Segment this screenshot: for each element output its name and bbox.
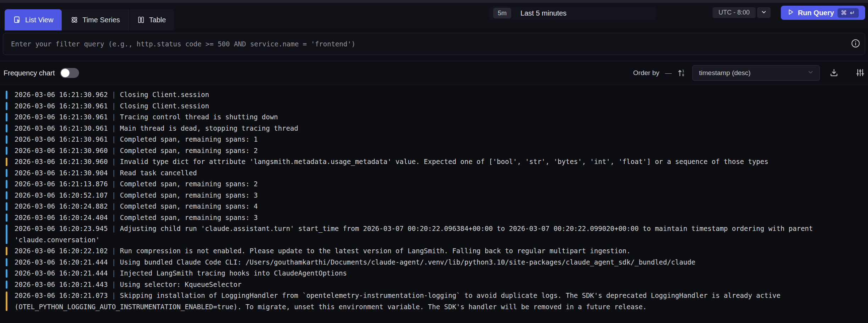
table-icon — [137, 16, 145, 24]
timezone-dropdown-button[interactable] — [757, 7, 771, 18]
log-row[interactable]: 2026-03-06 16:21:13.876 | Completed span… — [0, 178, 868, 190]
log-timestamp: 2026-03-06 16:20:52.107 — [15, 191, 108, 199]
log-row[interactable]: 2026-03-06 16:20:21.444 | Injected LangS… — [0, 268, 868, 279]
severity-bar — [6, 202, 7, 211]
list-view-icon — [13, 16, 21, 24]
log-row[interactable]: 2026-03-06 16:21:30.960 | Invalid type d… — [0, 156, 868, 168]
log-timestamp: 2026-03-06 16:20:21.073 — [15, 291, 108, 299]
severity-bar — [6, 180, 7, 188]
log-timestamp: 2026-03-06 16:21:30.960 — [15, 147, 108, 154]
timezone-control: UTC - 8:00 — [712, 7, 771, 18]
log-timestamp: 2026-03-06 16:20:22.102 — [15, 247, 108, 255]
log-message: Using selector: KqueueSelector — [120, 280, 241, 288]
log-row[interactable]: 2026-03-06 16:21:30.961 | Tracing contro… — [0, 112, 868, 123]
frequency-chart-label: Frequency chart — [4, 69, 55, 77]
log-list: 2026-03-06 16:21:30.962 | Closing Client… — [0, 85, 868, 323]
log-separator: | — [108, 180, 120, 188]
log-timestamp: 2026-03-06 16:21:30.961 — [15, 124, 108, 132]
severity-bar — [6, 269, 7, 278]
info-button[interactable] — [851, 39, 860, 49]
log-row[interactable]: 2026-03-06 16:20:21.443 | Using selector… — [0, 279, 868, 290]
download-button[interactable] — [829, 68, 839, 79]
log-separator: | — [108, 247, 120, 255]
log-row[interactable]: 2026-03-06 16:20:24.404 | Completed span… — [0, 212, 868, 223]
log-message: Closing Client.session — [120, 102, 209, 110]
chevron-down-icon — [761, 9, 767, 16]
log-text: 2026-03-06 16:21:30.961 | Tracing contro… — [15, 112, 278, 123]
run-query-label: Run Query — [798, 9, 834, 17]
run-query-shortcut: ⌘ ↵ — [838, 8, 859, 18]
log-message: Main thread is dead, stopping tracing th… — [120, 124, 298, 132]
log-timestamp: 2026-03-06 16:21:30.961 — [15, 135, 108, 143]
log-timestamp: 2026-03-06 16:20:23.945 — [15, 225, 108, 232]
time-range-picker[interactable]: 5m Last 5 minutes — [489, 6, 656, 20]
log-row[interactable]: 2026-03-06 16:20:22.102 | Run compressio… — [0, 245, 868, 257]
log-message: Completed span, remaining spans: 2 — [120, 147, 258, 154]
log-message: Completed span, remaining spans: 3 — [120, 191, 258, 199]
log-row[interactable]: 2026-03-06 16:21:30.961 | Closing Client… — [0, 101, 868, 112]
order-by-dash: — — [665, 69, 672, 77]
log-message: Tracing control thread is shutting down — [120, 113, 278, 121]
severity-bar — [6, 169, 7, 177]
order-by-cluster: Order by — 1 0 timestamp (desc) — [633, 65, 865, 81]
log-separator: | — [108, 102, 120, 110]
log-text: 2026-03-06 16:21:13.876 | Completed span… — [15, 178, 258, 190]
tab-label: List View — [25, 16, 53, 24]
log-row[interactable]: 2026-03-06 16:21:30.961 | Completed span… — [0, 134, 868, 145]
svg-text:1: 1 — [682, 69, 684, 73]
log-text: 2026-03-06 16:21:30.960 | Completed span… — [15, 145, 258, 157]
sort-numeric-icon[interactable]: 1 0 — [677, 68, 686, 78]
time-series-icon — [70, 16, 79, 24]
log-row[interactable]: 2026-03-06 16:21:30.904 | Read task canc… — [0, 168, 868, 179]
frequency-chart-toggle[interactable] — [60, 68, 79, 78]
log-separator: | — [108, 225, 120, 232]
time-range-label: Last 5 minutes — [520, 9, 567, 17]
log-row[interactable]: 2026-03-06 16:20:21.073 | Skipping insta… — [0, 290, 868, 312]
log-separator: | — [108, 191, 120, 199]
filter-section — [0, 30, 868, 61]
adjustments-sliders-icon — [855, 68, 865, 79]
log-row[interactable]: 2026-03-06 16:20:21.444 | Using bundled … — [0, 257, 868, 268]
tab-label: Time Series — [83, 16, 120, 24]
log-timestamp: 2026-03-06 16:21:30.962 — [15, 91, 108, 98]
log-row[interactable]: 2026-03-06 16:20:52.107 | Completed span… — [0, 190, 868, 201]
log-message: Completed span, remaining spans: 1 — [120, 135, 258, 143]
tab-table[interactable]: Table — [128, 9, 174, 30]
log-text: 2026-03-06 16:20:23.945 | Adjusting chil… — [15, 223, 859, 245]
controls-row: Frequency chart Order by — 1 0 timestamp… — [0, 61, 868, 85]
log-separator: | — [108, 269, 120, 277]
log-message: Read task cancelled — [120, 169, 197, 177]
log-timestamp: 2026-03-06 16:21:30.960 — [15, 158, 108, 165]
log-row[interactable]: 2026-03-06 16:20:23.945 | Adjusting chil… — [0, 223, 868, 245]
log-text: 2026-03-06 16:21:30.904 | Read task canc… — [15, 168, 197, 179]
log-separator: | — [108, 113, 120, 121]
tab-time-series[interactable]: Time Series — [62, 9, 128, 30]
svg-text:0: 0 — [682, 73, 684, 77]
log-separator: | — [108, 124, 120, 132]
log-timestamp: 2026-03-06 16:20:21.444 — [15, 258, 108, 266]
log-row[interactable]: 2026-03-06 16:20:24.882 | Completed span… — [0, 201, 868, 212]
log-row[interactable]: 2026-03-06 16:21:30.960 | Completed span… — [0, 145, 868, 157]
timezone-badge[interactable]: UTC - 8:00 — [712, 7, 756, 18]
run-query-button[interactable]: Run Query ⌘ ↵ — [781, 6, 865, 20]
log-message: Completed span, remaining spans: 2 — [120, 180, 258, 188]
log-timestamp: 2026-03-06 16:20:21.444 — [15, 269, 108, 277]
column-settings-button[interactable] — [855, 68, 865, 79]
window-top-strip — [0, 0, 868, 3]
toggle-knob — [61, 69, 69, 77]
severity-bar — [6, 102, 7, 110]
log-message: Injected LangSmith tracing hooks into Cl… — [120, 269, 347, 277]
log-separator: | — [108, 258, 120, 266]
filter-query-input[interactable] — [3, 33, 865, 55]
log-separator: | — [108, 158, 120, 165]
tab-list-view[interactable]: List View — [5, 9, 62, 30]
log-row[interactable]: 2026-03-06 16:21:30.961 | Main thread is… — [0, 123, 868, 134]
tab-label: Table — [149, 16, 166, 24]
download-icon — [829, 68, 839, 79]
log-separator: | — [108, 169, 120, 177]
log-separator: | — [108, 147, 120, 154]
log-row[interactable]: 2026-03-06 16:21:30.962 | Closing Client… — [0, 89, 868, 101]
sort-field-select[interactable]: timestamp (desc) — [692, 65, 820, 81]
view-tabbar: List View Time Series Table — [5, 9, 174, 30]
log-message: Completed span, remaining spans: 3 — [120, 214, 258, 221]
